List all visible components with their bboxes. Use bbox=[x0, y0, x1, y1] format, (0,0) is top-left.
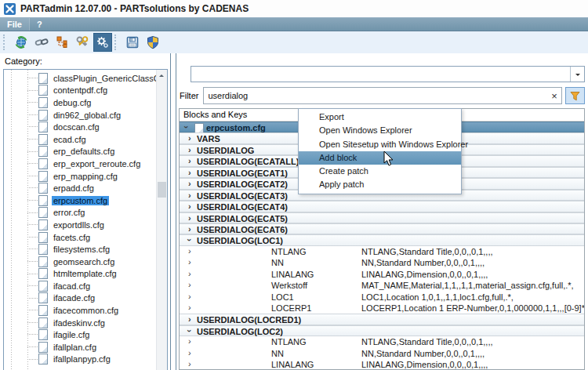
settings-icon[interactable] bbox=[93, 33, 112, 52]
block-label: USERDIALOG(ECAT4) bbox=[197, 201, 288, 212]
chevron-icon[interactable]: › bbox=[188, 347, 191, 358]
category-tree-rows: classPlugin_GenericClassChe contentpdf.c… bbox=[4, 70, 156, 370]
blocks-tree-row[interactable]: › USERDIALOG(LOCRED1) bbox=[180, 314, 584, 325]
blocks-tree-row[interactable]: › NN NN,Standard Number,0,0,,0,1,,,, bbox=[180, 257, 584, 268]
security-shield-icon[interactable] bbox=[143, 33, 162, 52]
sidebar-item[interactable]: ifacecommon.cfg bbox=[4, 304, 156, 317]
chevron-icon[interactable]: › bbox=[188, 358, 191, 369]
sidebar-item[interactable]: docscan.cfg bbox=[4, 121, 156, 133]
chevron-icon[interactable]: › bbox=[188, 314, 191, 325]
chevron-icon[interactable]: › bbox=[188, 178, 191, 189]
chevron-icon[interactable]: › bbox=[188, 132, 191, 143]
blocks-tree-row[interactable]: › LINALANG LINALANG,Dimension,0,0,,0,1,,… bbox=[180, 359, 584, 370]
chevron-icon[interactable]: › bbox=[188, 245, 191, 256]
sidebar-item[interactable]: geomsearch.cfg bbox=[4, 256, 156, 268]
chevron-icon[interactable]: › bbox=[188, 144, 191, 155]
blocks-tree-row[interactable]: › Werkstoff MAT_NAME,Material,1,1,,1,1,m… bbox=[180, 280, 584, 291]
category-scrollbar[interactable] bbox=[156, 70, 167, 370]
chevron-icon[interactable]: › bbox=[188, 291, 191, 302]
sidebar-item[interactable]: erp_mapping.cfg bbox=[4, 170, 156, 183]
category-label: Category: bbox=[5, 56, 170, 66]
sidebar-item[interactable]: din962_global.cfg bbox=[4, 109, 156, 122]
save-icon[interactable] bbox=[123, 33, 142, 52]
panel-splitter[interactable] bbox=[170, 53, 176, 370]
config-pane: Filter × Blocks and Keys › bbox=[176, 53, 588, 370]
chevron-icon[interactable]: › bbox=[184, 239, 195, 242]
context-menu-item[interactable]: Add block bbox=[299, 151, 461, 165]
context-menu-item[interactable]: Open Sitesetup with Windows Explorer bbox=[299, 138, 461, 151]
sidebar-item[interactable]: ifadeskinv.cfg bbox=[4, 317, 156, 329]
blocks-tree-row[interactable]: › LOCERP1 LOCERP1,Location 1 ERP-Number,… bbox=[180, 303, 584, 314]
sidebar-item[interactable]: ifallplan.cfg bbox=[4, 341, 156, 354]
apply-filter-button[interactable] bbox=[565, 87, 585, 104]
menu-item[interactable]: File bbox=[0, 18, 30, 31]
context-menu: ExportOpen Windows ExplorerOpen Sitesetu… bbox=[298, 108, 462, 194]
toolbar-grip[interactable] bbox=[3, 34, 8, 50]
blocks-tree-row[interactable]: › USERDIALOG(ECAT4) bbox=[180, 201, 584, 212]
filter-input[interactable] bbox=[204, 91, 547, 100]
context-menu-item[interactable]: Apply patch bbox=[299, 178, 461, 191]
chevron-icon[interactable]: › bbox=[188, 167, 191, 178]
chevron-icon[interactable]: › bbox=[188, 302, 191, 313]
menu-item[interactable]: ? bbox=[30, 18, 49, 31]
chevron-icon[interactable]: › bbox=[188, 190, 191, 201]
chevron-icon[interactable]: › bbox=[188, 155, 191, 166]
sidebar-item[interactable]: error.cfg bbox=[4, 207, 156, 219]
window-title: PARTadmin 12.07.00 - PARTsolutions by CA… bbox=[20, 3, 249, 14]
scroll-up-icon[interactable] bbox=[159, 72, 164, 77]
connections-icon[interactable] bbox=[32, 33, 51, 52]
config-combobox[interactable] bbox=[191, 66, 585, 82]
key-value: LINALANG,Dimension,0,0,,0,1,,,, bbox=[361, 359, 488, 370]
clear-filter-icon[interactable]: × bbox=[547, 90, 561, 102]
block-label: USERDIALOG(ECAT6) bbox=[197, 224, 288, 235]
chevron-icon[interactable]: › bbox=[181, 125, 192, 129]
chevron-icon[interactable]: › bbox=[188, 268, 191, 279]
sidebar-item[interactable]: ifacade.cfg bbox=[4, 292, 156, 305]
chevron-icon[interactable]: › bbox=[188, 201, 191, 212]
sidebar-item[interactable]: facets.cfg bbox=[4, 231, 156, 244]
sidebar-item[interactable]: exportdlls.cfg bbox=[4, 219, 156, 231]
blocks-tree-row[interactable]: › USERDIALOG(LOC1) bbox=[180, 234, 584, 245]
file-icon bbox=[38, 134, 48, 145]
sidebar-item[interactable]: htmltemplate.cfg bbox=[4, 268, 156, 281]
class-hierarchy-icon[interactable] bbox=[53, 33, 71, 52]
sidebar-item[interactable]: ifallplanpyp.cfg bbox=[4, 354, 156, 366]
blocks-tree-row[interactable]: › LINALANG LINALANG,Dimension,0,0,,0,1,,… bbox=[180, 269, 584, 280]
combobox-dropdown-button[interactable] bbox=[570, 67, 584, 82]
context-menu-item[interactable]: Create patch bbox=[299, 165, 461, 178]
sidebar-item[interactable]: ifacad.cfg bbox=[4, 280, 156, 292]
key-value: LINALANG,Dimension,0,0,,0,1,,,, bbox=[361, 269, 488, 280]
blocks-tree-row[interactable]: › USERDIALOG(ECAT6) bbox=[180, 223, 584, 234]
license-keys-icon[interactable] bbox=[73, 33, 92, 52]
sidebar-item[interactable]: classPlugin_GenericClassChe bbox=[4, 72, 156, 85]
sidebar-item[interactable]: ifagile.cfg bbox=[4, 328, 156, 341]
toolbar-grip[interactable] bbox=[114, 34, 119, 50]
chevron-icon[interactable]: › bbox=[188, 279, 191, 290]
update-icon[interactable] bbox=[12, 33, 31, 52]
blocks-tree-row[interactable]: › USERDIALOG(LOC2) bbox=[180, 325, 584, 336]
sidebar-item[interactable]: debug.cfg bbox=[4, 96, 156, 109]
sidebar-item[interactable]: erpcustom.cfg bbox=[4, 194, 156, 207]
context-menu-item[interactable]: Export bbox=[299, 111, 461, 124]
sidebar-item[interactable]: contentpdf.cfg bbox=[4, 85, 156, 97]
blocks-tree-row[interactable]: › NN NN,Standard Number,0,0,,0,1,,,, bbox=[180, 348, 584, 359]
sidebar-item[interactable]: filesystems.cfg bbox=[4, 243, 156, 256]
chevron-icon[interactable]: › bbox=[188, 223, 191, 234]
block-label: NTLANG bbox=[271, 336, 307, 347]
chevron-icon[interactable]: › bbox=[188, 212, 191, 223]
sidebar-item[interactable]: erp_export_reroute.cfg bbox=[4, 158, 156, 170]
blocks-tree-row[interactable]: › NTLANG NTLANG,Standard Title,0,0,,0,1,… bbox=[180, 246, 584, 257]
chevron-icon[interactable]: › bbox=[184, 329, 195, 332]
sidebar-item[interactable]: erpadd.cfg bbox=[4, 182, 156, 194]
sidebar-item[interactable]: ecad.cfg bbox=[4, 133, 156, 146]
scrollbar-thumb[interactable] bbox=[158, 182, 166, 198]
sidebar-item-label: ecad.cfg bbox=[52, 135, 88, 144]
chevron-icon[interactable]: › bbox=[188, 256, 191, 267]
file-icon bbox=[38, 73, 48, 84]
chevron-icon[interactable]: › bbox=[188, 336, 191, 346]
context-menu-item[interactable]: Open Windows Explorer bbox=[299, 124, 461, 137]
sidebar-item[interactable]: erp_defaults.cfg bbox=[4, 146, 156, 158]
blocks-tree-row[interactable]: › LOC1 LOC1,Location 1,0,1,,1,1,loc1.cfg… bbox=[180, 292, 584, 303]
blocks-tree-row[interactable]: › USERDIALOG(ECAT5) bbox=[180, 212, 584, 223]
blocks-tree-row[interactable]: › NTLANG NTLANG,Standard Title,0,0,,0,1,… bbox=[180, 336, 584, 347]
